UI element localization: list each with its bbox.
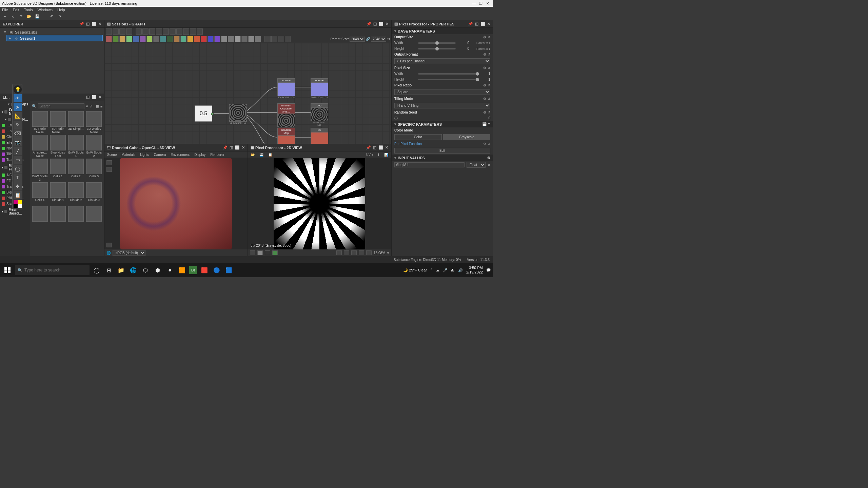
zoom-dropdown-icon[interactable]: ▾ — [387, 251, 389, 255]
v3d-axis-icon[interactable] — [106, 243, 112, 247]
gt-snap-icon[interactable] — [119, 28, 125, 35]
node-color-q[interactable] — [214, 36, 220, 42]
reset-icon[interactable]: ↺ — [488, 142, 490, 146]
gt-comment-icon[interactable] — [264, 36, 271, 42]
output-port[interactable] — [211, 113, 214, 115]
menu-help[interactable]: Help — [57, 8, 65, 12]
tray-mic-icon[interactable]: 🎤 — [443, 268, 448, 272]
seed-radio[interactable] — [394, 117, 398, 120]
picker-icon[interactable]: ✥ — [14, 182, 22, 190]
graph-dock-icon[interactable]: ◫ — [373, 22, 377, 26]
v2d-uv-label[interactable]: UV ▾ — [366, 153, 373, 157]
props-dock-icon[interactable]: ◫ — [475, 22, 478, 26]
library-thumb[interactable]: BnW Spots 2 — [85, 135, 103, 158]
redo-icon[interactable]: ↷ — [57, 14, 62, 19]
view3d-viewport[interactable] — [104, 158, 248, 249]
color-swatches[interactable] — [14, 200, 22, 208]
px-width-slider[interactable] — [418, 73, 477, 75]
rect-icon[interactable]: ▭ — [14, 156, 22, 164]
library-thumb[interactable]: Clouds 3 — [85, 182, 103, 205]
reset-icon[interactable]: ↺ — [488, 35, 490, 39]
task-view-icon[interactable]: ◯ — [92, 265, 102, 275]
library-thumb[interactable]: 3D Simpl… — [67, 111, 85, 134]
menu-windows[interactable]: Windows — [37, 8, 53, 12]
fx-icon[interactable]: ⚙ — [483, 142, 486, 146]
node-color-h[interactable] — [153, 36, 159, 42]
v3d-menu-env[interactable]: Environment — [171, 153, 190, 157]
library-thumb[interactable]: 3D Perlin Noise — [31, 111, 48, 134]
props-pin-icon[interactable]: 📌 — [468, 22, 473, 26]
library-search-input[interactable] — [38, 103, 84, 109]
new-icon[interactable]: ✦ — [2, 14, 7, 19]
fx-icon[interactable]: ⚙ — [483, 83, 486, 87]
gt-more-icon[interactable] — [278, 36, 284, 42]
reset-icon[interactable]: ↺ — [488, 97, 490, 101]
view2d-viewport[interactable]: 8 x 2048 (Grayscale, 8bpc) — [248, 158, 391, 249]
library-thumb[interactable]: Cells 3 — [85, 159, 103, 182]
v2d-dock-icon[interactable]: ◫ — [373, 145, 376, 150]
app-icon-3[interactable]: ● — [165, 265, 175, 275]
gt-target-icon[interactable] — [113, 28, 119, 35]
edit-button[interactable]: Edit — [394, 148, 490, 154]
link-size-icon[interactable]: 🔗 — [366, 37, 370, 41]
v3d-menu-scene[interactable]: Scene — [107, 153, 117, 157]
node-color-s[interactable] — [228, 36, 234, 42]
node-ao-output[interactable]: AO 2048x2048 - L16 — [311, 103, 328, 126]
tree-root[interactable]: ▾ ▣ Session1.sbs — [1, 29, 103, 35]
node-color-i[interactable] — [160, 36, 166, 42]
grid-icon[interactable]: ▦ — [96, 104, 99, 108]
library-thumb[interactable]: Clouds 1 — [49, 182, 66, 205]
clipboard-icon[interactable]: 📋 — [14, 191, 22, 199]
fx-icon[interactable]: ⚙ — [483, 53, 486, 56]
v2d-histogram-icon[interactable]: 📊 — [384, 153, 388, 157]
section-base-params[interactable]: ▾BASE PARAMETERS — [392, 28, 493, 34]
eye-icon[interactable]: 👁 — [14, 94, 22, 102]
filter-icon[interactable]: ⑂ — [86, 104, 88, 108]
node-color-k[interactable] — [174, 36, 180, 42]
lib-max-icon[interactable]: ⬜ — [92, 95, 96, 99]
node-color-o[interactable] — [201, 36, 207, 42]
gt-c[interactable] — [149, 28, 155, 35]
node-input-float[interactable]: 0.5 — [195, 105, 212, 122]
library-thumb[interactable]: 3D Perlin Noise … — [49, 111, 66, 134]
node-color-m[interactable] — [187, 36, 193, 42]
dock-icon[interactable]: ◫ — [86, 22, 90, 26]
graph-pin-icon[interactable]: 📌 — [367, 22, 371, 26]
undo-icon[interactable]: ↶ — [49, 14, 54, 19]
app-icon-5[interactable]: Ds — [189, 266, 197, 274]
gt-g[interactable] — [176, 28, 182, 35]
pixel-ratio-select[interactable]: Square — [394, 89, 490, 95]
library-thumb[interactable] — [85, 206, 103, 229]
v3d-menu-lights[interactable]: Lights — [140, 153, 149, 157]
refresh-icon[interactable]: ⟳ — [18, 14, 24, 19]
v2d-pin-icon[interactable]: 📌 — [366, 145, 371, 150]
taskbar-search[interactable]: 🔍 — [15, 265, 90, 275]
tray-cloud-icon[interactable]: ☁ — [436, 268, 439, 272]
app-icon-2[interactable]: ⬢ — [153, 265, 163, 275]
node-color-r[interactable] — [221, 36, 227, 42]
taskbar-clock[interactable]: 3:50 PM 2/19/2022 — [466, 266, 483, 274]
v2d-ch-g[interactable] — [265, 250, 270, 255]
props-max-icon[interactable]: ⬜ — [480, 22, 485, 26]
output-format-select[interactable]: 8 Bits per Channel — [394, 58, 490, 64]
gt-a[interactable] — [136, 28, 142, 35]
eraser-icon[interactable]: ⌫ — [14, 129, 22, 138]
gt-b[interactable] — [142, 28, 149, 35]
library-thumb[interactable]: BnW Spots 3 — [31, 159, 48, 182]
gt-pin2-icon[interactable] — [271, 36, 277, 42]
library-thumb[interactable]: 3D Worley Noise — [85, 111, 103, 134]
tiling-mode-select[interactable]: H and V Tiling — [394, 103, 490, 108]
gt-d[interactable] — [156, 28, 162, 35]
v3d-menu-materials[interactable]: Materials — [121, 153, 135, 157]
menu-file[interactable]: File — [2, 8, 8, 12]
graph-close-icon[interactable]: ✕ — [386, 22, 389, 26]
parent-width-select[interactable]: 2048 — [350, 37, 365, 42]
v2d-tile-icon[interactable] — [344, 250, 349, 255]
circle-icon[interactable]: ◯ — [14, 165, 22, 173]
gt-j[interactable] — [197, 28, 203, 35]
reset-icon[interactable]: ↺ — [488, 66, 490, 70]
section-input-values[interactable]: ▾INPUT VALUES ⊕ — [392, 155, 493, 161]
node-color-d[interactable] — [126, 36, 132, 42]
maximize-button[interactable]: ❐ — [477, 1, 484, 6]
reset-size-icon[interactable]: ⟲ — [387, 37, 390, 41]
